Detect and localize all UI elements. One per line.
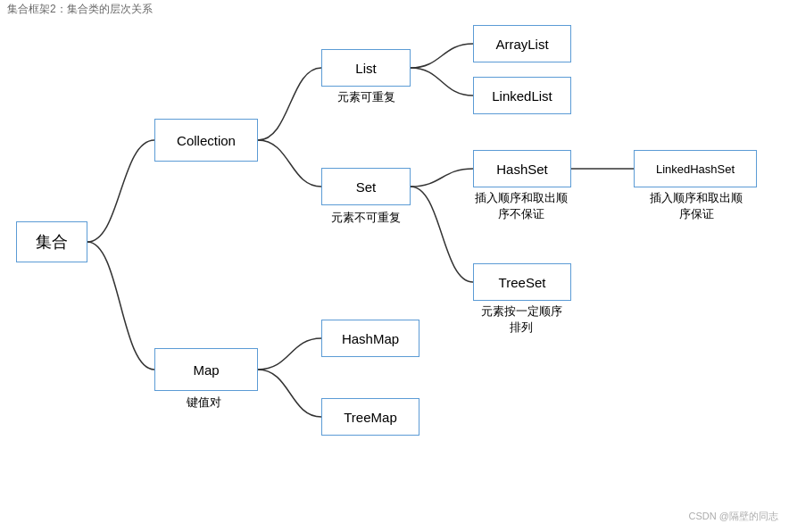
label-hashset-desc: 插入顺序和取出顺序不保证: [468, 190, 575, 222]
node-linkedhashset: LinkedHashSet: [634, 150, 757, 187]
node-arraylist: ArrayList: [473, 25, 571, 62]
node-hashmap: HashMap: [321, 320, 419, 357]
node-treeset: TreeSet: [473, 263, 571, 301]
label-set-desc: 元素不可重复: [312, 210, 419, 226]
label-list-desc: 元素可重复: [317, 89, 415, 105]
label-map-desc: 键值对: [152, 395, 255, 411]
label-treeset-desc: 元素按一定顺序排列: [468, 303, 575, 336]
watermark: CSDN @隔壁的同志: [689, 510, 778, 523]
node-set: Set: [321, 168, 411, 205]
node-treemap: TreeMap: [321, 398, 419, 436]
diagram: 集合框架2：集合类的层次关系 集合 Collection Map L: [0, 0, 789, 532]
node-hashset: HashSet: [473, 150, 571, 187]
node-collection: Collection: [154, 119, 258, 162]
node-map: Map: [154, 348, 258, 391]
header-text: 集合框架2：集合类的层次关系: [7, 2, 153, 17]
node-list: List: [321, 49, 411, 87]
node-collection-root: 集合: [16, 221, 87, 262]
label-linkedhashset-desc: 插入顺序和取出顺序保证: [630, 190, 762, 222]
node-linkedlist: LinkedList: [473, 77, 571, 114]
